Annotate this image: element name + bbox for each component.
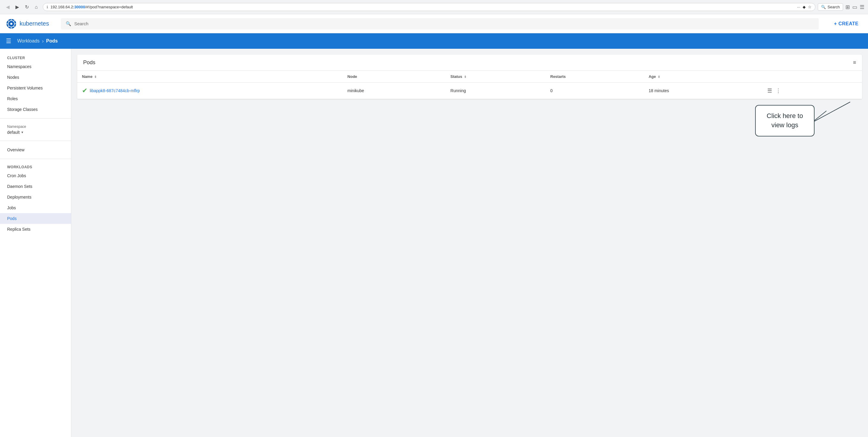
sidebar-item-overview[interactable]: Overview [0, 144, 71, 155]
star-icon: ☆ [808, 5, 811, 9]
main-content: Pods ≡ Name ⇕ Node Status [71, 49, 868, 437]
name-sort-icon[interactable]: ⇕ [94, 75, 97, 79]
kubernetes-logo-icon [6, 19, 17, 29]
card-header: Pods ≡ [77, 55, 862, 71]
pod-actions-cell: ☰ ⋮ [762, 83, 862, 99]
namespace-section: Namespace default ▾ [0, 122, 71, 137]
app-title: kubernetes [20, 20, 49, 27]
view-logs-button[interactable]: ☰ [766, 86, 773, 95]
annotation-area: Click here to view logs [77, 99, 862, 188]
pocket-icon: ◆ [803, 5, 806, 9]
breadcrumb-separator-icon: › [42, 38, 44, 44]
more-actions-button[interactable]: ⋮ [774, 86, 782, 95]
breadcrumb: Workloads › Pods [17, 38, 58, 44]
url-text: 192.168.64.2:30000/#!/pod?namespace=defa… [51, 5, 795, 9]
sidebar-divider-3 [0, 159, 71, 159]
app-logo: kubernetes [6, 19, 49, 29]
info-icon: ℹ [46, 5, 48, 9]
sidebar-item-storage-classes[interactable]: Storage Classes [0, 104, 71, 115]
breadcrumb-parent[interactable]: Workloads [17, 38, 39, 44]
app-search-bar[interactable]: 🔍 Search [61, 18, 819, 29]
app-body: Cluster Namespaces Nodes Persistent Volu… [0, 49, 868, 437]
status-sort-icon[interactable]: ⇕ [464, 75, 466, 79]
age-sort-icon[interactable]: ⇕ [658, 75, 660, 79]
row-actions: ☰ ⋮ [766, 86, 857, 95]
pod-age-cell: 18 minutes [644, 83, 762, 99]
col-header-name: Name ⇕ [77, 71, 343, 83]
sidebar-item-jobs[interactable]: Jobs [0, 202, 71, 213]
sidebar-item-roles[interactable]: Roles [0, 93, 71, 104]
create-button[interactable]: + CREATE [831, 19, 862, 29]
pod-status-cell: Running [445, 83, 546, 99]
cluster-section-label: Cluster [0, 54, 71, 61]
col-header-status: Status ⇕ [445, 71, 546, 83]
library-icon: ⊞ [845, 4, 850, 10]
more-icon: ··· [797, 5, 800, 9]
card-title: Pods [83, 59, 95, 66]
pod-name-link[interactable]: libappk8-687c7484cb-mflrp [90, 88, 140, 93]
sidebar-divider-1 [0, 118, 71, 119]
pod-status-icon: ✔ [82, 87, 87, 94]
back-button[interactable]: ◀ [4, 3, 12, 11]
browser-nav-buttons: ◀ ▶ ↻ ⌂ [4, 3, 40, 11]
forward-button[interactable]: ▶ [13, 3, 21, 11]
col-header-node: Node [343, 71, 446, 83]
namespace-selector[interactable]: default ▾ [7, 130, 64, 135]
filter-icon[interactable]: ≡ [853, 59, 856, 66]
sidebar-item-replica-sets[interactable]: Replica Sets [0, 224, 71, 235]
sidebar-item-deployments[interactable]: Deployments [0, 192, 71, 202]
search-glass-icon: 🔍 [821, 5, 826, 9]
svg-point-10 [10, 23, 12, 25]
col-header-restarts: Restarts [546, 71, 644, 83]
pod-node-cell: minikube [343, 83, 446, 99]
home-button[interactable]: ⌂ [32, 3, 40, 11]
col-header-actions [762, 71, 862, 83]
sidebar-toggle-icon: ▭ [852, 4, 857, 10]
nav-hamburger-icon[interactable]: ☰ [6, 37, 11, 45]
workloads-section-label: Workloads [0, 163, 71, 170]
breadcrumb-current: Pods [46, 38, 58, 44]
address-bar[interactable]: ℹ 192.168.64.2:30000/#!/pod?namespace=de… [43, 3, 815, 11]
search-icon: 🔍 [66, 21, 71, 26]
sidebar: Cluster Namespaces Nodes Persistent Volu… [0, 49, 71, 437]
namespace-label: Namespace [7, 124, 64, 129]
sidebar-item-namespaces[interactable]: Namespaces [0, 61, 71, 72]
sidebar-item-daemon-sets[interactable]: Daemon Sets [0, 181, 71, 192]
pod-name-cell: ✔ libappk8-687c7484cb-mflrp [77, 83, 343, 99]
pod-restarts-cell: 0 [546, 83, 644, 99]
sidebar-item-nodes[interactable]: Nodes [0, 72, 71, 83]
annotation-box: Click here to view logs [755, 105, 814, 137]
chevron-down-icon: ▾ [21, 130, 23, 134]
table-header-row: Name ⇕ Node Status ⇕ Restarts [77, 71, 862, 83]
table-row: ✔ libappk8-687c7484cb-mflrp minikube Run… [77, 83, 862, 99]
app-header: kubernetes 🔍 Search + CREATE [0, 14, 868, 33]
browser-search[interactable]: 🔍 Search [818, 3, 843, 11]
browser-toolbar: ⊞ ▭ ☰ [845, 4, 864, 10]
namespace-value: default [7, 130, 20, 135]
hamburger-menu-icon: ☰ [860, 4, 864, 10]
svg-line-11 [811, 102, 850, 123]
sidebar-item-cron-jobs[interactable]: Cron Jobs [0, 170, 71, 181]
nav-bar: ☰ Workloads › Pods [0, 33, 868, 49]
pods-table: Name ⇕ Node Status ⇕ Restarts [77, 71, 862, 99]
browser-chrome: ◀ ▶ ↻ ⌂ ℹ 192.168.64.2:30000/#!/pod?name… [0, 0, 868, 14]
sidebar-item-pods[interactable]: Pods [0, 213, 71, 224]
col-header-age: Age ⇕ [644, 71, 762, 83]
sidebar-item-persistent-volumes[interactable]: Persistent Volumes [0, 83, 71, 93]
reload-button[interactable]: ↻ [23, 3, 31, 11]
pods-card: Pods ≡ Name ⇕ Node Status [77, 55, 862, 99]
sidebar-divider-2 [0, 141, 71, 141]
